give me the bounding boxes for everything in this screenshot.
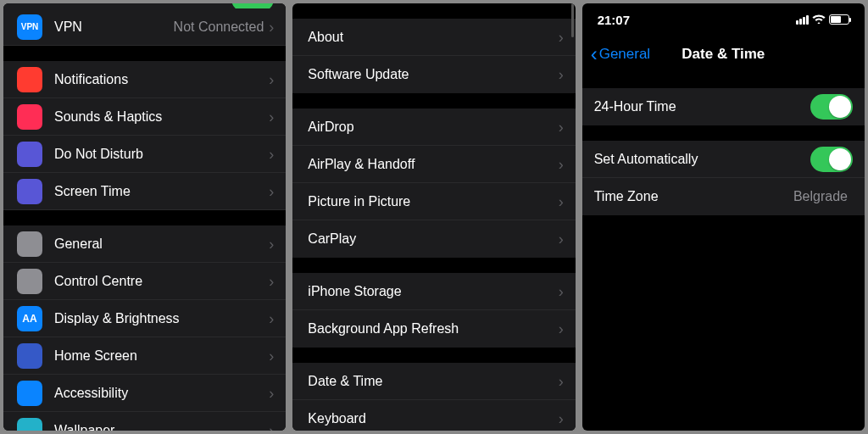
row-label: Software Update xyxy=(308,67,558,82)
toggles-icon xyxy=(17,269,42,294)
flower-icon xyxy=(17,418,42,431)
row-label: iPhone Storage xyxy=(308,284,558,299)
chevron-right-icon: › xyxy=(559,374,564,389)
wifi-icon xyxy=(812,13,826,26)
row-wallpaper[interactable]: Wallpaper › xyxy=(3,412,286,431)
switch-24-hour[interactable] xyxy=(810,94,853,120)
row-label: Background App Refresh xyxy=(308,321,558,337)
group-date-time: Date & Time › Keyboard › Fonts › xyxy=(292,363,575,431)
row-label: Notifications xyxy=(54,72,269,87)
row-label: Date & Time xyxy=(308,374,558,389)
hourglass-icon xyxy=(17,179,42,204)
aa-icon: AA xyxy=(17,306,42,331)
row-label: 24-Hour Time xyxy=(594,99,810,114)
row-sounds-haptics[interactable]: Sounds & Haptics › xyxy=(3,98,286,136)
date-time-pane: 21:07 ‹ General Date & Time 24-Hour Time… xyxy=(582,3,865,431)
vpn-icon: VPN xyxy=(17,14,42,40)
row-display-brightness[interactable]: AA Display & Brightness › xyxy=(3,300,286,337)
row-software-update[interactable]: Software Update › xyxy=(292,56,575,93)
chevron-left-icon: ‹ xyxy=(591,44,598,64)
switch-set-automatically[interactable] xyxy=(810,147,853,172)
group-notifications: Notifications › Sounds & Haptics › Do No… xyxy=(3,61,286,210)
chevron-right-icon: › xyxy=(269,348,274,364)
row-value: Not Connected xyxy=(174,19,264,35)
gear-icon xyxy=(17,231,42,257)
row-label: Do Not Disturb xyxy=(54,147,269,162)
group-storage: iPhone Storage › Background App Refresh … xyxy=(292,273,575,348)
row-screen-time[interactable]: Screen Time › xyxy=(3,173,286,210)
row-label: General xyxy=(54,236,269,252)
row-airdrop[interactable]: AirDrop › xyxy=(292,108,575,146)
chevron-right-icon: › xyxy=(559,67,564,82)
row-home-screen[interactable]: Home Screen › xyxy=(3,337,286,375)
row-label: Screen Time xyxy=(54,184,269,199)
group-auto: Set Automatically Time Zone Belgrade xyxy=(582,141,865,215)
back-label: General xyxy=(599,46,650,63)
chevron-right-icon: › xyxy=(559,231,564,247)
chevron-right-icon: › xyxy=(559,157,564,172)
row-24-hour-time[interactable]: 24-Hour Time xyxy=(582,88,865,125)
row-value: Belgrade xyxy=(793,189,848,204)
row-label: Set Automatically xyxy=(594,152,810,167)
row-label: Time Zone xyxy=(594,189,793,204)
row-label: AirDrop xyxy=(308,120,558,135)
chevron-right-icon: › xyxy=(269,72,274,87)
row-do-not-disturb[interactable]: Do Not Disturb › xyxy=(3,136,286,173)
row-label: VPN xyxy=(54,19,174,35)
chevron-right-icon: › xyxy=(559,30,564,45)
chevron-right-icon: › xyxy=(559,411,564,426)
status-bar: 21:07 xyxy=(582,3,865,36)
row-background-app-refresh[interactable]: Background App Refresh › xyxy=(292,310,575,348)
row-label: About xyxy=(308,30,558,45)
row-label: CarPlay xyxy=(308,231,558,247)
chevron-right-icon: › xyxy=(269,423,274,431)
sounds-icon xyxy=(17,104,42,130)
settings-root-pane: VPN VPN Not Connected › Notifications › … xyxy=(3,3,286,431)
row-iphone-storage[interactable]: iPhone Storage › xyxy=(292,273,575,310)
notifications-icon xyxy=(17,67,42,92)
row-label: Keyboard xyxy=(308,411,558,426)
chevron-right-icon: › xyxy=(269,386,274,401)
general-pane: About › Software Update › AirDrop › AirP… xyxy=(292,3,575,431)
chevron-right-icon: › xyxy=(559,284,564,299)
row-airplay-handoff[interactable]: AirPlay & Handoff › xyxy=(292,146,575,183)
nav-bar: ‹ General Date & Time xyxy=(582,36,865,73)
group-general: General › Control Centre › AA Display & … xyxy=(3,225,286,431)
row-label: Home Screen xyxy=(54,348,269,364)
row-control-centre[interactable]: Control Centre › xyxy=(3,263,286,300)
row-picture-in-picture[interactable]: Picture in Picture › xyxy=(292,183,575,220)
row-label: Picture in Picture xyxy=(308,194,558,209)
group-airdrop: AirDrop › AirPlay & Handoff › Picture in… xyxy=(292,108,575,258)
row-date-time[interactable]: Date & Time › xyxy=(292,363,575,400)
row-time-zone[interactable]: Time Zone Belgrade xyxy=(582,178,865,215)
chevron-right-icon: › xyxy=(559,321,564,337)
row-label: Sounds & Haptics xyxy=(54,109,269,125)
row-vpn[interactable]: VPN VPN Not Connected › xyxy=(3,8,286,46)
cellular-signal-icon xyxy=(796,15,809,25)
status-time: 21:07 xyxy=(598,13,630,27)
moon-icon xyxy=(17,142,42,167)
battery-icon xyxy=(829,14,849,25)
chevron-right-icon: › xyxy=(269,147,274,162)
row-notifications[interactable]: Notifications › xyxy=(3,61,286,98)
chevron-right-icon: › xyxy=(269,19,274,35)
chevron-right-icon: › xyxy=(269,184,274,199)
accessibility-icon xyxy=(17,381,42,406)
group-about: About › Software Update › xyxy=(292,19,575,93)
row-keyboard[interactable]: Keyboard › xyxy=(292,400,575,431)
row-label: Display & Brightness xyxy=(54,311,269,326)
back-button[interactable]: ‹ General xyxy=(582,44,650,64)
grid-icon xyxy=(17,343,42,369)
row-label: AirPlay & Handoff xyxy=(308,157,558,172)
chevron-right-icon: › xyxy=(559,120,564,135)
chevron-right-icon: › xyxy=(269,109,274,125)
chevron-right-icon: › xyxy=(559,194,564,209)
row-general[interactable]: General › xyxy=(3,225,286,263)
row-set-automatically[interactable]: Set Automatically xyxy=(582,141,865,178)
row-carplay[interactable]: CarPlay › xyxy=(292,220,575,258)
row-accessibility[interactable]: Accessibility › xyxy=(3,375,286,412)
row-about[interactable]: About › xyxy=(292,19,575,56)
chevron-right-icon: › xyxy=(269,236,274,252)
row-label: Control Centre xyxy=(54,274,269,289)
row-label: Wallpaper xyxy=(54,423,269,431)
